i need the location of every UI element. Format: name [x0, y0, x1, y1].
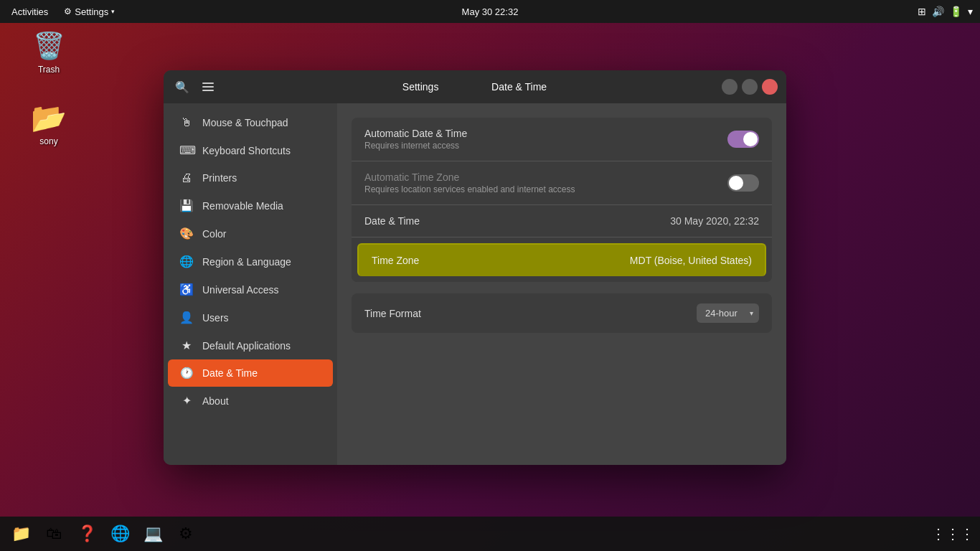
taskbar-appstore[interactable]: 🛍	[39, 519, 69, 549]
time-format-dropdown[interactable]: 24-hour AM/PM	[697, 303, 759, 323]
taskbar-browser[interactable]: 🌐	[105, 519, 135, 549]
sidebar-item-removable-label: Removable Media	[202, 200, 283, 212]
time-format-row: Time Format 24-hour AM/PM ▾	[352, 293, 772, 333]
topbar-datetime: May 30 22:32	[462, 6, 519, 17]
taskbar-settings[interactable]: ⚙	[171, 519, 201, 549]
timezone-row-wrapper: Time Zone MDT (Boise, United States)	[352, 237, 772, 282]
auto-timezone-row: Automatic Time Zone Requires location se…	[352, 161, 772, 205]
toggle-knob	[743, 132, 758, 146]
time-format-label: Time Format	[364, 308, 421, 319]
sidebar-item-default[interactable]: ★ Default Applications	[168, 331, 333, 359]
search-button[interactable]: 🔍	[172, 77, 192, 97]
default-icon: ★	[179, 339, 194, 352]
sidebar-item-mouse-label: Mouse & Touchpad	[202, 117, 288, 128]
settings-sidebar: 🖱 Mouse & Touchpad ⌨ Keyboard Shortcuts …	[164, 103, 337, 465]
universal-icon: ♿	[179, 283, 194, 296]
sidebar-item-color-label: Color	[202, 228, 226, 240]
auto-settings-section: Automatic Date & Time Requires internet …	[352, 118, 772, 282]
auto-datetime-toggle[interactable]	[727, 131, 759, 148]
sidebar-item-users-label: Users	[202, 312, 229, 324]
topbar-right: ⊞ 🔊 🔋 ▾	[918, 6, 973, 17]
printer-icon: 🖨	[179, 171, 194, 184]
window-controls: — □ ✕	[722, 79, 778, 95]
auto-datetime-sublabel: Requires internet access	[364, 141, 467, 151]
region-icon: 🌐	[179, 255, 194, 268]
date-time-value: 30 May 2020, 22:32	[670, 215, 759, 227]
gear-icon: ⚙	[64, 6, 72, 17]
trash-icon: 🗑️	[32, 29, 66, 63]
menu-line-3	[202, 90, 214, 91]
date-time-label: Date & Time	[364, 215, 420, 227]
sidebar-item-universal[interactable]: ♿ Universal Access	[168, 276, 333, 303]
topbar: Activities ⚙ Settings ▾ May 30 22:32 ⊞ 🔊…	[0, 0, 980, 23]
timezone-label: Time Zone	[372, 255, 419, 266]
sidebar-item-universal-label: Universal Access	[202, 284, 279, 296]
sidebar-item-default-label: Default Applications	[202, 340, 291, 352]
date-time-row: Date & Time 30 May 2020, 22:32	[352, 205, 772, 237]
folder-icon: 📂	[32, 100, 66, 135]
users-icon: 👤	[179, 311, 194, 324]
color-icon: 🎨	[179, 227, 194, 240]
sidebar-item-region-label: Region & Language	[202, 256, 291, 268]
auto-timezone-label: Automatic Time Zone	[364, 171, 575, 183]
toggle-knob-tz	[729, 176, 743, 190]
sidebar-item-keyboard-label: Keyboard Shortcuts	[202, 145, 291, 156]
battery-icon[interactable]: 🔋	[950, 6, 962, 17]
volume-icon[interactable]: 🔊	[932, 6, 944, 17]
sidebar-title: Settings	[402, 80, 439, 93]
sidebar-item-mouse[interactable]: 🖱 Mouse & Touchpad	[168, 109, 333, 136]
menu-line-2	[202, 86, 214, 88]
settings-window: 🔍 Settings Date & Time — □ ✕ 🖱 Mouse & T…	[164, 70, 786, 465]
sidebar-item-removable[interactable]: 💾 Removable Media	[168, 192, 333, 220]
auto-datetime-label-group: Automatic Date & Time Requires internet …	[364, 128, 467, 151]
sidebar-item-datetime[interactable]: 🕐 Date & Time	[168, 359, 333, 387]
sidebar-item-datetime-label: Date & Time	[202, 367, 258, 379]
titlebar-left: 🔍	[172, 77, 218, 97]
taskbar: 📁 🛍 ❓ 🌐 💻 ⚙ ⋮⋮⋮	[0, 517, 980, 551]
auto-timezone-label-group: Automatic Time Zone Requires location se…	[364, 171, 575, 194]
sidebar-item-printers-label: Printers	[202, 172, 237, 184]
panel-title: Date & Time	[491, 80, 547, 93]
minimize-button[interactable]: —	[722, 79, 738, 95]
sidebar-item-users[interactable]: 👤 Users	[168, 303, 333, 331]
sidebar-item-color[interactable]: 🎨 Color	[168, 220, 333, 248]
taskbar-files[interactable]: 📁	[6, 519, 36, 549]
chevron-down-icon: ▾	[111, 8, 115, 15]
settings-menu-button[interactable]: ⚙ Settings ▾	[60, 5, 119, 19]
sidebar-item-keyboard[interactable]: ⌨ Keyboard Shortcuts	[168, 136, 333, 164]
maximize-button[interactable]: □	[742, 79, 758, 95]
auto-datetime-row: Automatic Date & Time Requires internet …	[352, 118, 772, 161]
about-icon: ✦	[179, 394, 194, 408]
network-icon[interactable]: ⊞	[918, 6, 926, 17]
power-icon[interactable]: ▾	[968, 6, 973, 17]
keyboard-icon: ⌨	[179, 143, 194, 157]
trash-label: Trash	[38, 65, 60, 75]
activities-button[interactable]: Activities	[7, 5, 52, 19]
time-format-dropdown-wrapper: 24-hour AM/PM ▾	[697, 303, 759, 323]
taskbar-help[interactable]: ❓	[72, 519, 102, 549]
sidebar-item-about-label: About	[202, 395, 229, 407]
apps-grid-button[interactable]: ⋮⋮⋮	[931, 525, 974, 542]
mouse-icon: 🖱	[179, 116, 194, 129]
sidebar-item-printers[interactable]: 🖨 Printers	[168, 164, 333, 192]
timezone-value: MDT (Boise, United States)	[630, 255, 752, 266]
auto-datetime-label: Automatic Date & Time	[364, 128, 467, 139]
timezone-row[interactable]: Time Zone MDT (Boise, United States)	[357, 243, 766, 276]
sony-icon-desktop[interactable]: 📂 sony	[20, 100, 77, 146]
sony-label: sony	[39, 136, 57, 146]
sidebar-item-about[interactable]: ✦ About	[168, 387, 333, 415]
auto-timezone-sublabel: Requires location services enabled and i…	[364, 184, 575, 194]
window-body: 🖱 Mouse & Touchpad ⌨ Keyboard Shortcuts …	[164, 103, 786, 465]
auto-timezone-toggle[interactable]	[727, 174, 759, 192]
topbar-left: Activities ⚙ Settings ▾	[7, 5, 119, 19]
menu-line-1	[202, 83, 214, 84]
datetime-icon: 🕐	[179, 367, 194, 380]
window-titlebar: 🔍 Settings Date & Time — □ ✕	[164, 70, 786, 103]
close-button[interactable]: ✕	[762, 79, 778, 95]
main-content: Automatic Date & Time Requires internet …	[337, 103, 786, 465]
removable-icon: 💾	[179, 199, 194, 212]
taskbar-terminal[interactable]: 💻	[138, 519, 168, 549]
trash-icon-desktop[interactable]: 🗑️ Trash	[20, 29, 77, 75]
sidebar-item-region[interactable]: 🌐 Region & Language	[168, 248, 333, 276]
menu-button[interactable]	[198, 78, 218, 95]
